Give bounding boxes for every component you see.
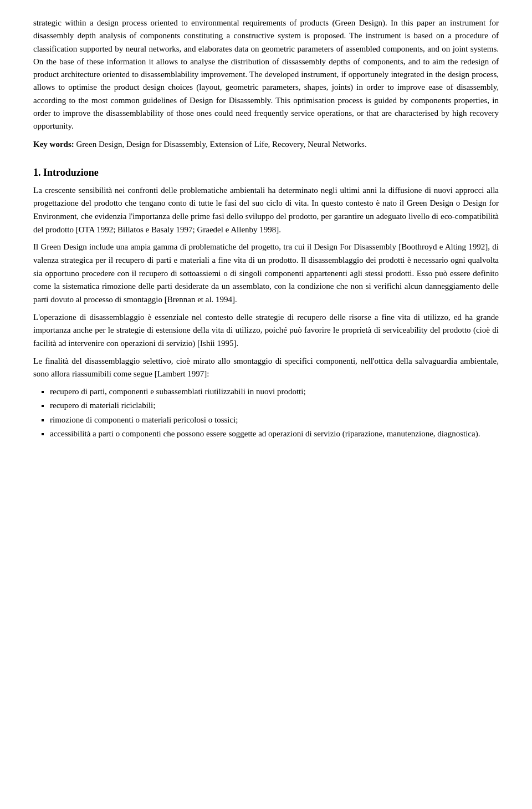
section-1-para-4: Le finalità del disassemblaggio selettiv…: [33, 355, 499, 381]
keywords-block: Key words: Green Design, Design for Disa…: [33, 138, 499, 151]
list-item: rimozione di componenti o materiali peri…: [50, 414, 499, 426]
section-1-title-text: Introduzione: [43, 167, 99, 178]
keywords-label: Key words:: [33, 140, 74, 149]
section-1-bullet-list: recupero di parti, componenti e subassem…: [50, 385, 499, 440]
section-1-para-2: Il Green Design include una ampia gamma …: [33, 241, 499, 306]
keywords-text: Green Design, Design for Disassembly, Ex…: [74, 140, 367, 149]
section-1-para-1: La crescente sensibilità nei confronti d…: [33, 184, 499, 237]
section-1-para-3: L'operazione di disassemblaggio è essenz…: [33, 311, 499, 350]
page: strategic within a design process orient…: [0, 0, 532, 467]
section-1: 1. Introduzione La crescente sensibilità…: [33, 167, 499, 441]
section-1-number: 1.: [33, 167, 41, 178]
list-item: accessibilità a parti o componenti che p…: [50, 428, 499, 440]
section-1-title: 1. Introduzione: [33, 167, 499, 179]
list-item: recupero di parti, componenti e subassem…: [50, 385, 499, 398]
list-item: recupero di materiali riciclabili;: [50, 399, 499, 412]
abstract-paragraph: strategic within a design process orient…: [33, 17, 499, 133]
